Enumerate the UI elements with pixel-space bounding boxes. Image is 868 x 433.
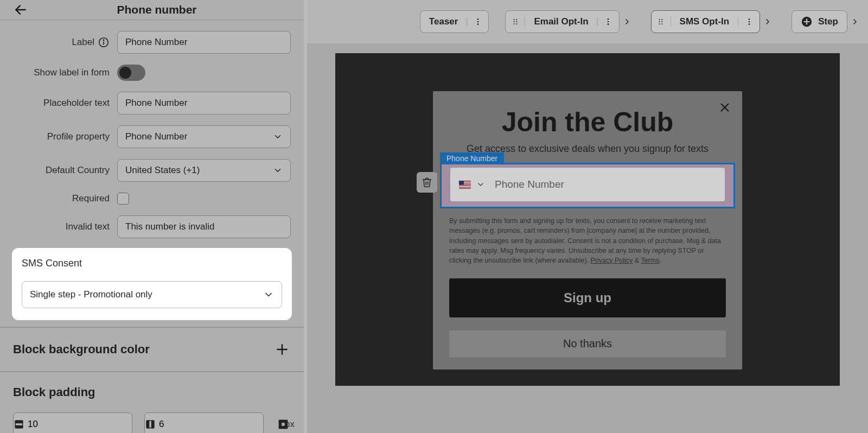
chevron-down-icon[interactable] xyxy=(476,180,485,189)
grip-icon xyxy=(657,17,665,27)
close-icon xyxy=(719,101,731,113)
chevron-right-icon xyxy=(763,17,772,26)
svg-point-29 xyxy=(659,19,660,20)
default-country-value: United States (+1) xyxy=(125,165,200,176)
block-padding-header: Block padding xyxy=(0,371,304,412)
step-overflow-button[interactable] xyxy=(847,10,863,33)
show-label-caption: Show label in form xyxy=(13,67,110,78)
svg-point-35 xyxy=(748,18,750,20)
step-group-email: Email Opt-In xyxy=(505,10,634,33)
invalid-text-input[interactable] xyxy=(117,215,291,238)
delete-block-button[interactable] xyxy=(417,172,437,193)
svg-rect-10 xyxy=(146,421,149,428)
signup-button[interactable]: Sign up xyxy=(449,278,726,317)
required-caption: Required xyxy=(13,193,110,204)
sms-consent-title: SMS Consent xyxy=(22,258,282,269)
show-label-toggle[interactable] xyxy=(117,65,145,81)
svg-point-18 xyxy=(477,21,479,23)
padding-vertical-input[interactable] xyxy=(24,419,146,430)
legal-text: By submitting this form and signing up f… xyxy=(449,216,726,265)
svg-point-27 xyxy=(608,21,609,23)
plus-circle-icon xyxy=(801,16,813,28)
phone-input[interactable]: Phone Number xyxy=(450,168,725,201)
svg-point-36 xyxy=(748,21,750,23)
default-country-select[interactable]: United States (+1) xyxy=(117,159,291,182)
svg-point-25 xyxy=(516,23,517,24)
chevron-down-icon xyxy=(263,289,274,300)
default-country-caption: Default Country xyxy=(13,165,110,176)
step-chip-email-more[interactable] xyxy=(597,17,619,26)
step-chip-email-optin[interactable]: Email Opt-In xyxy=(505,10,619,33)
sms-consent-section: SMS Consent Single step - Promotional on… xyxy=(12,248,292,320)
sms-consent-value: Single step - Promotional only xyxy=(30,289,152,300)
step-chip-teaser[interactable]: Teaser xyxy=(420,10,489,33)
step-chip-teaser-label: Teaser xyxy=(420,16,467,27)
svg-point-20 xyxy=(513,19,514,20)
no-thanks-button[interactable]: No thanks xyxy=(449,330,726,358)
profile-property-caption: Profile property xyxy=(13,131,110,142)
info-icon[interactable] xyxy=(98,36,110,48)
more-vertical-icon xyxy=(604,17,612,26)
more-vertical-icon xyxy=(474,17,482,26)
phone-input-placeholder: Phone Number xyxy=(495,179,564,190)
svg-rect-7 xyxy=(15,421,22,423)
panel-header: Phone number xyxy=(0,0,304,20)
svg-point-30 xyxy=(661,19,662,20)
label-caption: Label xyxy=(13,36,110,48)
svg-point-28 xyxy=(608,23,609,25)
svg-rect-16 xyxy=(285,421,288,429)
placeholder-input[interactable] xyxy=(117,92,291,114)
popup-title: Join the Club xyxy=(449,106,726,138)
padding-horizontal-input-wrap: px xyxy=(144,412,264,433)
trash-icon xyxy=(422,177,432,188)
popup-close-button[interactable] xyxy=(716,99,733,116)
svg-point-33 xyxy=(659,23,660,24)
canvas-area: Teaser Email Opt-In xyxy=(307,0,868,433)
block-bg-color-label: Block background color xyxy=(13,342,150,356)
svg-point-34 xyxy=(661,23,662,24)
svg-point-23 xyxy=(516,21,517,22)
padding-horizontal-input[interactable] xyxy=(156,419,277,430)
terms-link[interactable]: Terms xyxy=(641,257,659,264)
sms-consent-select[interactable]: Single step - Promotional only xyxy=(22,281,282,308)
step-chip-sms-more[interactable] xyxy=(738,17,760,26)
svg-point-21 xyxy=(516,19,517,20)
row-label: Label xyxy=(13,31,291,54)
block-padding-inputs: px px xyxy=(0,412,304,433)
add-step-button[interactable]: Step xyxy=(792,10,847,33)
step-next-button[interactable] xyxy=(620,10,635,33)
block-padding-label: Block padding xyxy=(13,385,95,399)
row-profile-property: Profile property Phone Number xyxy=(13,125,291,148)
step-chip-teaser-more[interactable] xyxy=(467,17,488,26)
link-icon xyxy=(277,418,289,430)
svg-point-32 xyxy=(661,21,662,22)
required-checkbox[interactable] xyxy=(117,193,129,205)
row-default-country: Default Country United States (+1) xyxy=(13,159,291,182)
drag-handle-icon[interactable] xyxy=(652,17,671,27)
placeholder-caption: Placeholder text xyxy=(13,98,110,109)
add-bg-color-button[interactable] xyxy=(273,341,291,358)
phone-number-block[interactable]: Phone Number Phone Number xyxy=(440,163,735,208)
chevron-right-icon xyxy=(851,17,859,26)
more-vertical-icon xyxy=(745,17,754,26)
block-bg-color-row: Block background color xyxy=(0,327,304,371)
plus-icon xyxy=(275,342,289,356)
svg-rect-15 xyxy=(279,421,282,429)
step-next-button-2[interactable] xyxy=(760,10,775,33)
svg-point-19 xyxy=(477,23,479,25)
drag-handle-icon[interactable] xyxy=(506,17,525,27)
row-invalid-text: Invalid text xyxy=(13,215,291,238)
label-input[interactable] xyxy=(117,31,291,54)
profile-property-select[interactable]: Phone Number xyxy=(117,125,291,148)
step-chip-sms-optin[interactable]: SMS Opt-In xyxy=(651,10,761,33)
chevron-down-icon xyxy=(273,132,283,142)
row-required: Required xyxy=(13,193,291,205)
step-add-group: Step xyxy=(792,10,863,33)
privacy-policy-link[interactable]: Privacy Policy xyxy=(591,257,633,264)
padding-link-button[interactable] xyxy=(276,415,291,433)
settings-panel: Phone number Label Show label in form Pl… xyxy=(0,0,304,433)
svg-point-24 xyxy=(513,23,514,24)
form-area: Label Show label in form Placeholder tex… xyxy=(0,20,304,238)
steps-toolbar: Teaser Email Opt-In xyxy=(307,0,868,43)
step-chip-sms-label: SMS Opt-In xyxy=(671,16,738,27)
